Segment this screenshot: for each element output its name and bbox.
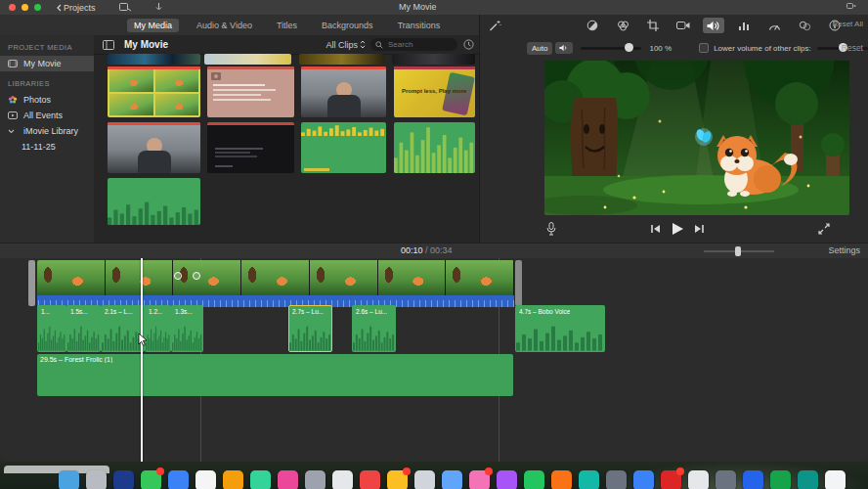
- dock-app-icon[interactable]: [825, 470, 846, 489]
- volume-slider[interactable]: [581, 47, 641, 50]
- media-tab[interactable]: Transitions: [391, 19, 448, 32]
- clips-filter-dropdown[interactable]: All Clips: [326, 40, 366, 50]
- dock-app-icon[interactable]: [360, 470, 380, 489]
- dock-app-icon[interactable]: [86, 470, 107, 489]
- dock-app-icon[interactable]: [469, 470, 490, 489]
- media-thumbnail-screen-recording[interactable]: [207, 122, 294, 173]
- dock-app-icon[interactable]: [223, 470, 243, 489]
- media-thumbnail[interactable]: [299, 54, 384, 65]
- fade-handle[interactable]: [174, 272, 182, 280]
- audio-clip[interactable]: 1.3s...: [171, 305, 203, 352]
- audio-clip[interactable]: 4.7s – Bobo Voice: [515, 305, 605, 352]
- audio-thumbnail-1[interactable]: [301, 122, 386, 173]
- dock-app-icon[interactable]: [195, 470, 216, 489]
- enhance-wand-icon[interactable]: [484, 18, 505, 33]
- dock-app-icon[interactable]: [551, 470, 572, 489]
- auto-volume-button[interactable]: Auto: [527, 42, 552, 55]
- color-balance-icon[interactable]: [582, 18, 603, 33]
- sidebar-item-all-events[interactable]: All Events: [0, 108, 94, 123]
- back-to-projects-button[interactable]: Projects: [57, 3, 96, 13]
- play-button[interactable]: [671, 222, 684, 236]
- media-thumbnail-notes[interactable]: [207, 67, 294, 117]
- noise-reduction-icon[interactable]: [733, 18, 755, 33]
- audio-clip[interactable]: 1...: [37, 305, 66, 352]
- mute-button[interactable]: [555, 42, 573, 54]
- audio-thumbnail-3[interactable]: [108, 178, 200, 225]
- preview-viewer[interactable]: [544, 61, 849, 215]
- sidebar-item-event-11-11-25[interactable]: 11-11-25: [0, 139, 94, 155]
- download-icon[interactable]: [154, 3, 163, 13]
- import-media-icon[interactable]: [119, 3, 131, 12]
- volume-slider-knob[interactable]: [625, 43, 633, 52]
- crop-icon[interactable]: [642, 18, 664, 33]
- dock-app-icon[interactable]: [688, 470, 709, 489]
- dock-app-icon[interactable]: [661, 470, 681, 489]
- audio-thumbnail-2[interactable]: [394, 122, 475, 173]
- reset-all-button[interactable]: Reset All: [832, 20, 863, 28]
- dock-app-icon[interactable]: [414, 470, 435, 489]
- media-thumbnail[interactable]: [392, 54, 475, 65]
- previous-frame-button[interactable]: [650, 224, 661, 234]
- background-music-clip[interactable]: 29.5s – Forest Frolic (1): [37, 354, 513, 396]
- dock-app-icon[interactable]: [278, 470, 298, 489]
- close-window-button[interactable]: [9, 4, 16, 11]
- clip-filter-icon[interactable]: [794, 18, 815, 33]
- dock-app-icon[interactable]: [305, 470, 326, 489]
- clip-duration-icon[interactable]: [463, 39, 474, 50]
- sidebar-item-my-movie[interactable]: My Movie: [0, 56, 94, 71]
- audio-clip[interactable]: 1.2...: [145, 305, 171, 352]
- timeline-zoom-knob[interactable]: [735, 246, 741, 256]
- dock-app-icon[interactable]: [250, 470, 271, 489]
- fade-handle[interactable]: [193, 272, 200, 280]
- audio-clip[interactable]: 2.1s – L...: [101, 305, 145, 352]
- search-field[interactable]: [370, 38, 457, 51]
- video-clip-filmstrip[interactable]: [37, 260, 514, 295]
- search-input[interactable]: [386, 39, 449, 50]
- media-tab[interactable]: Backgrounds: [315, 19, 380, 32]
- speed-icon[interactable]: [763, 18, 785, 33]
- media-thumbnail-promo[interactable]: Prompt less, Play more: [394, 67, 475, 117]
- voiceover-mic-icon[interactable]: [546, 222, 556, 236]
- timeline-zoom-slider[interactable]: [704, 250, 774, 252]
- right-trim-handle[interactable]: [515, 260, 522, 306]
- timeline[interactable]: 1... 1.5s... 2.1s – L... 1.2...: [0, 258, 868, 462]
- sidebar-item-photos[interactable]: Photos: [0, 92, 94, 108]
- dock-app-icon[interactable]: [497, 470, 517, 489]
- dock-app-icon[interactable]: [442, 470, 462, 489]
- dock-app-icon[interactable]: [606, 470, 627, 489]
- dock-app-icon[interactable]: [579, 470, 599, 489]
- media-tab[interactable]: My Media: [127, 19, 179, 32]
- dock-app-icon[interactable]: [798, 470, 818, 489]
- color-correction-icon[interactable]: [612, 18, 633, 33]
- lower-volume-checkbox[interactable]: [699, 43, 709, 53]
- stabilization-icon[interactable]: [673, 18, 694, 33]
- dock-app-icon[interactable]: [113, 470, 134, 489]
- left-trim-handle[interactable]: [28, 260, 35, 306]
- zoom-window-button[interactable]: [34, 4, 41, 11]
- audio-clip[interactable]: 2.7s – Lu...: [288, 305, 332, 352]
- dock-app-icon[interactable]: [141, 470, 161, 489]
- fullscreen-icon[interactable]: [818, 223, 830, 235]
- dock-app-icon[interactable]: [387, 470, 408, 489]
- dock-app-icon[interactable]: [633, 470, 654, 489]
- timeline-settings-button[interactable]: Settings: [828, 245, 860, 255]
- toggle-sidebar-icon[interactable]: [103, 40, 114, 50]
- dock-app-icon[interactable]: [332, 470, 353, 489]
- playhead[interactable]: [141, 258, 143, 462]
- minimize-window-button[interactable]: [22, 4, 28, 11]
- reset-button[interactable]: Reset: [842, 43, 863, 53]
- media-thumbnail[interactable]: [108, 54, 200, 65]
- dock-app-icon[interactable]: [524, 470, 544, 489]
- volume-icon[interactable]: [703, 18, 724, 33]
- media-thumbnail-presenter-2[interactable]: [108, 122, 200, 173]
- dock-app-icon[interactable]: [168, 470, 189, 489]
- dock-app-icon[interactable]: [59, 470, 79, 489]
- chevron-down-icon[interactable]: [8, 129, 19, 134]
- audio-clip[interactable]: 2.6s – Lu...: [352, 305, 396, 352]
- dock-app-icon[interactable]: [743, 470, 763, 489]
- media-thumbnail-presenter[interactable]: [301, 67, 386, 117]
- next-frame-button[interactable]: [694, 224, 705, 234]
- media-tab[interactable]: Audio & Video: [190, 19, 259, 32]
- dock-app-icon[interactable]: [770, 470, 791, 489]
- dock-app-icon[interactable]: [716, 470, 736, 489]
